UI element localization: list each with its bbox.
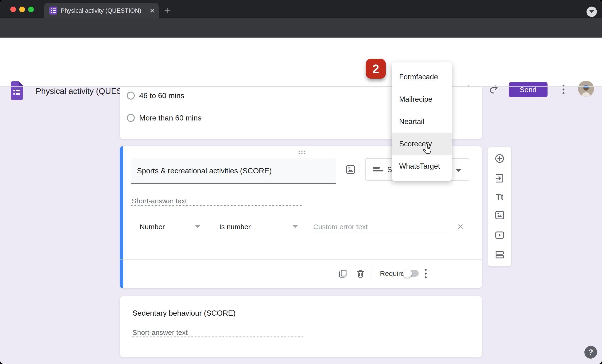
send-button[interactable]: Send [509,82,548,97]
card-footer-divider [120,259,482,259]
forms-logo-icon[interactable] [11,81,23,100]
next-question-title: Sedentary behaviour (SCORE) [132,309,236,318]
next-answer-underline [132,337,303,337]
account-avatar[interactable] [578,81,594,97]
validation-condition-caret [292,225,298,228]
question-card-next[interactable]: Sedentary behaviour (SCORE) Short-answer… [120,296,482,358]
macos-zoom-button[interactable] [28,7,34,12]
question-title-input[interactable]: Sports & recreational activities (SCORE) [131,158,336,184]
add-video-button[interactable] [494,230,505,240]
validation-condition-select[interactable]: Is number [219,223,250,231]
add-question-button[interactable] [494,153,505,164]
hand-cursor [422,143,433,155]
footer-separator [372,266,372,281]
error-input-underline [312,233,449,233]
help-button[interactable]: ? [584,346,597,359]
browser-tab[interactable]: Physical activity (QUESTION) - [44,3,159,18]
browser-tab-strip: Physical activity (QUESTION) - [0,0,602,18]
macos-close-button[interactable] [10,7,16,12]
option-label-1: 46 to 60 mins [139,91,184,100]
remove-validation-button[interactable] [455,221,466,232]
add-image-toolbar-button[interactable] [494,210,505,221]
radio-option-1[interactable] [127,92,135,100]
new-tab-button[interactable] [163,7,172,15]
chevron-down-icon [589,10,594,13]
custom-error-input[interactable]: Custom error text [313,223,368,231]
menu-item-whatstarget[interactable]: WhatsTarget [392,155,452,177]
header-more-kebab[interactable] [559,84,568,95]
answer-placeholder: Short-answer text [132,197,187,205]
question-more-kebab[interactable] [421,268,430,279]
delete-button[interactable] [355,268,366,279]
answer-underline [131,205,302,206]
add-title-button[interactable]: Tt [496,193,503,201]
short-answer-icon [373,167,380,169]
tab-close-icon[interactable] [149,8,155,14]
forms-favicon [49,7,57,15]
add-section-button[interactable] [494,249,505,260]
macos-minimize-button[interactable] [19,7,25,12]
validation-type-caret [195,225,200,228]
option-label-2: More than 60 mins [139,114,202,122]
floating-add-toolbar: Tt [488,147,511,267]
tab-search-button[interactable] [587,7,597,17]
addon-notification-badge: 2 [366,59,386,79]
drag-handle[interactable] [297,150,307,155]
menu-item-neartail[interactable]: Neartail [392,110,452,133]
select-caret-icon [455,169,462,172]
browser-window: Physical activity (QUESTION) - doc [0,0,602,364]
tab-title: Physical activity (QUESTION) [61,7,141,14]
import-questions-button[interactable] [494,173,505,184]
add-image-button[interactable] [345,164,356,175]
menu-item-formfacade[interactable]: Formfacade [392,66,452,88]
required-toggle-knob[interactable] [403,269,412,278]
next-answer-placeholder: Short-answer text [132,329,188,337]
selected-card-indicator [120,146,123,288]
addon-menu: Formfacade Mailrecipe Neartail Scorecery… [392,62,452,181]
validation-type-select[interactable]: Number [140,223,165,231]
question-title-text: Sports & recreational activities (SCORE) [137,167,272,175]
question-type-text: S [387,166,392,174]
forms-header: Physical activity (QUESTION) Send [0,38,602,86]
browser-toolbar: docs.google.com/forms/d/1CgMYzcSeFR8eKum… [0,18,602,38]
duplicate-button[interactable] [337,268,348,279]
redo-button[interactable] [488,84,500,95]
tab-title-suffix: - [144,7,146,14]
radio-option-2[interactable] [127,114,135,122]
menu-item-mailrecipe[interactable]: Mailrecipe [392,88,452,110]
